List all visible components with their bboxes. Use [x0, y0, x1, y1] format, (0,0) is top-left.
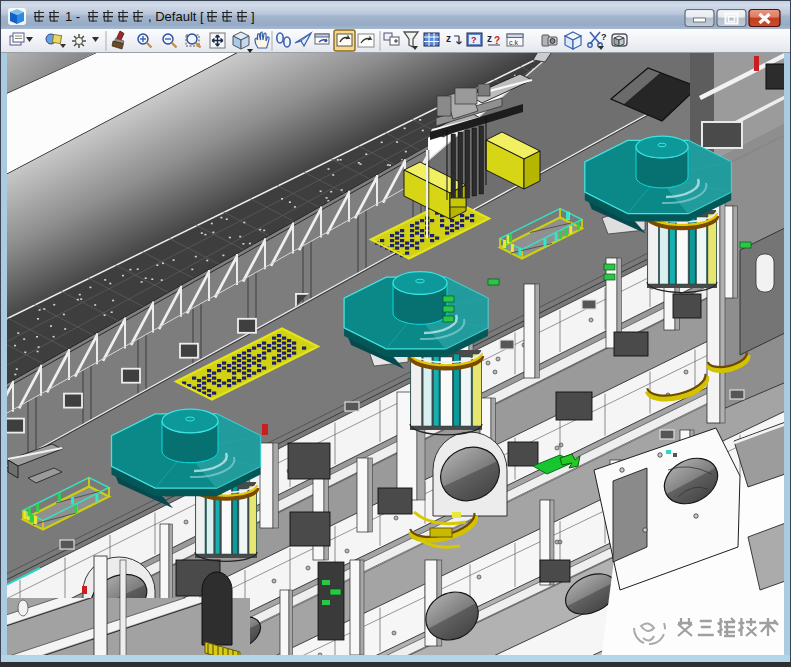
svg-text:?: ? [494, 35, 500, 46]
svg-text:c.k: c.k [509, 39, 518, 46]
svg-text:, Default [: , Default [ [148, 9, 204, 24]
svg-text:]: ] [251, 9, 255, 24]
svg-text:z: z [446, 33, 451, 44]
svg-text:z: z [487, 33, 492, 44]
svg-text:?: ? [471, 35, 477, 45]
svg-text:1 -: 1 - [65, 9, 80, 24]
svg-text:?: ? [601, 32, 607, 42]
